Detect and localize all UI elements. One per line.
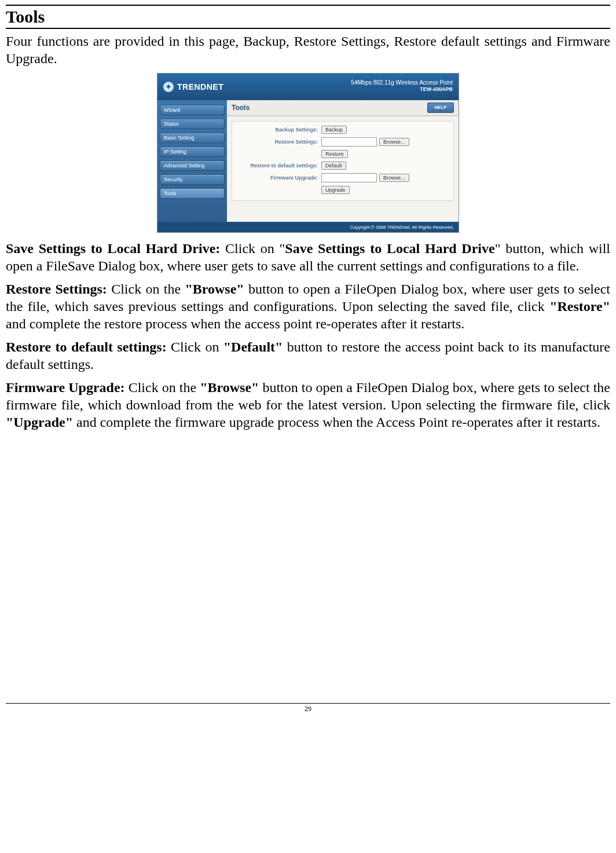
restore-browse-button[interactable]: Browse... xyxy=(379,138,409,146)
row-restore-file: Restore Settings: Browse... xyxy=(232,136,453,148)
t-firmware-3: and complete the firmware upgrade proces… xyxy=(73,415,600,430)
tagline-text: 54Mbps 802.11g Wireless Access Point xyxy=(351,79,453,86)
sidebar-item-tools[interactable]: Tools xyxy=(160,188,225,199)
row-firmware-file: Firmware Upgrade: Browse... xyxy=(232,171,453,184)
t-save-1: Click on " xyxy=(225,241,285,256)
screenshot-figure: ✦ TRENDNET 54Mbps 802.11g Wireless Acces… xyxy=(6,73,610,233)
sidebar-item-advanced-setting[interactable]: Advanced Setting xyxy=(160,160,225,171)
tagline: 54Mbps 802.11g Wireless Access Point TEW… xyxy=(351,79,453,93)
screenshot: ✦ TRENDNET 54Mbps 802.11g Wireless Acces… xyxy=(157,73,459,233)
page-footer: 29 xyxy=(6,703,610,713)
para-restore-default: Restore to default settings: Click on "D… xyxy=(6,338,610,373)
tools-titlebar: Tools HELP xyxy=(227,100,459,116)
lead-firmware: Firmware Upgrade: xyxy=(6,380,129,395)
tools-title: Tools xyxy=(232,104,250,112)
top-rule xyxy=(6,5,610,6)
page-number: 29 xyxy=(6,705,610,713)
t-restore-3: and complete the restore process when th… xyxy=(6,316,464,331)
restore-file-input[interactable] xyxy=(321,137,377,147)
sidebar-item-basic-setting[interactable]: Basic Setting xyxy=(160,133,225,143)
brand-logo-icon: ✦ xyxy=(163,82,174,92)
screenshot-body: Wizard Status Basic Setting IP Setting A… xyxy=(157,100,459,222)
model-number: TEW-430APB xyxy=(351,86,453,93)
tools-form: Backup Settings: Backup Restore Settings… xyxy=(232,121,454,201)
para-firmware-upgrade: Firmware Upgrade: Click on the "Browse" … xyxy=(6,379,610,431)
backup-button[interactable]: Backup xyxy=(321,126,347,134)
screenshot-header: ✦ TRENDNET 54Mbps 802.11g Wireless Acces… xyxy=(157,74,459,100)
firmware-file-input[interactable] xyxy=(321,173,377,182)
row-restore-submit: Restore xyxy=(232,148,453,160)
title-underline-rule xyxy=(6,28,610,29)
footer-rule xyxy=(6,703,610,704)
bold-firmware-2: "Upgrade" xyxy=(6,415,73,430)
para-restore-settings: Restore Settings: Click on the "Browse" … xyxy=(6,280,610,332)
bold-default-1: "Default" xyxy=(223,339,283,354)
bold-save-1: Save Settings to Local Hard Drive xyxy=(285,241,494,256)
label-firmware: Firmware Upgrade: xyxy=(237,175,321,181)
lead-restore: Restore Settings: xyxy=(6,281,111,296)
t-firmware-1: Click on the xyxy=(129,380,200,395)
brand-name: TRENDNET xyxy=(177,82,223,91)
help-button[interactable]: HELP xyxy=(427,102,454,113)
screenshot-footer: Copyright © 2006 TRENDnet. All Rights Re… xyxy=(157,222,459,232)
lead-default: Restore to default settings: xyxy=(6,339,171,354)
row-backup: Backup Settings: Backup xyxy=(232,124,453,136)
sidebar-item-status[interactable]: Status xyxy=(160,119,225,129)
lead-save: Save Settings to Local Hard Drive: xyxy=(6,241,225,256)
para-save-settings: Save Settings to Local Hard Drive: Click… xyxy=(6,240,610,274)
upgrade-button[interactable]: Upgrade xyxy=(321,186,350,194)
default-button[interactable]: Default xyxy=(321,162,346,170)
page-title: Tools xyxy=(6,7,610,27)
firmware-browse-button[interactable]: Browse... xyxy=(379,174,409,182)
sidebar-item-security[interactable]: Security xyxy=(160,174,225,185)
t-restore-1: Click on the xyxy=(111,281,185,296)
sidebar-item-wizard[interactable]: Wizard xyxy=(160,105,225,115)
label-backup: Backup Settings: xyxy=(237,127,321,133)
row-upgrade-submit: Upgrade xyxy=(232,184,453,196)
bold-restore-2: "Restore" xyxy=(549,299,610,314)
label-restore: Restore Settings: xyxy=(237,139,321,145)
main-panel: Tools HELP Backup Settings: Backup Resto… xyxy=(227,100,459,222)
sidebar-nav: Wizard Status Basic Setting IP Setting A… xyxy=(157,100,227,222)
restore-button[interactable]: Restore xyxy=(321,150,348,158)
bold-firmware-1: "Browse" xyxy=(200,380,259,395)
intro-paragraph: Four functions are provided in this page… xyxy=(6,32,610,67)
sidebar-item-ip-setting[interactable]: IP Setting xyxy=(160,147,225,157)
row-default: Restore to default settings: Default xyxy=(232,160,453,171)
label-default: Restore to default settings: xyxy=(237,163,321,169)
t-default-1: Click on xyxy=(171,339,223,354)
bold-restore-1: "Browse" xyxy=(185,281,244,296)
